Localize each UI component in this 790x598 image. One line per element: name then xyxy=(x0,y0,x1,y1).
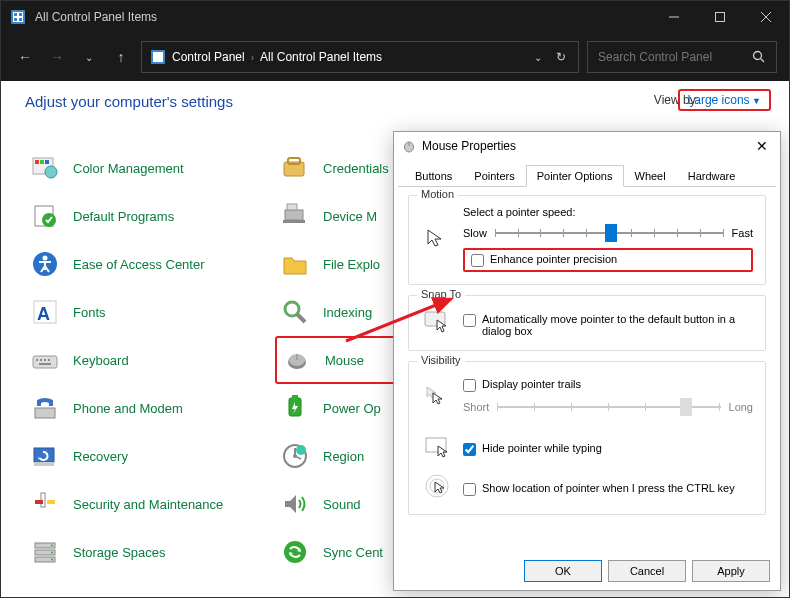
sync-center-icon xyxy=(279,536,311,568)
svg-rect-11 xyxy=(153,52,163,62)
address-dropdown-icon[interactable]: ⌄ xyxy=(530,52,546,63)
sound-icon xyxy=(279,488,311,520)
ok-button[interactable]: OK xyxy=(524,560,602,582)
svg-point-27 xyxy=(43,256,48,261)
item-label: Sound xyxy=(323,497,361,512)
svg-rect-43 xyxy=(292,395,298,399)
svg-rect-4 xyxy=(14,18,17,21)
forward-button[interactable]: → xyxy=(45,45,69,69)
up-button[interactable]: ↑ xyxy=(109,45,133,69)
ctrl-locate-checkbox[interactable] xyxy=(463,483,476,496)
svg-rect-25 xyxy=(287,204,297,210)
svg-point-12 xyxy=(754,52,762,60)
apply-button[interactable]: Apply xyxy=(692,560,770,582)
svg-point-57 xyxy=(51,559,53,561)
item-security-maintenance[interactable]: Security and Maintenance xyxy=(25,480,275,528)
navbar: ← → ⌄ ↑ Control Panel › All Control Pane… xyxy=(1,33,789,81)
item-label: Ease of Access Center xyxy=(73,257,205,272)
item-keyboard[interactable]: Keyboard xyxy=(25,336,275,384)
item-label: Default Programs xyxy=(73,209,174,224)
item-label: Region xyxy=(323,449,364,464)
item-label: Fonts xyxy=(73,305,106,320)
hide-typing-row[interactable]: Hide pointer while typing xyxy=(463,442,753,456)
address-icon xyxy=(150,49,166,65)
item-color-management[interactable]: Color Management xyxy=(25,144,275,192)
svg-rect-45 xyxy=(34,462,54,466)
search-box[interactable] xyxy=(587,41,777,73)
svg-rect-37 xyxy=(39,363,51,365)
search-input[interactable] xyxy=(598,50,752,64)
refresh-icon[interactable]: ↻ xyxy=(552,50,570,64)
dialog-tabs: Buttons Pointers Pointer Options Wheel H… xyxy=(398,160,776,187)
svg-rect-36 xyxy=(48,359,50,361)
item-label: Recovery xyxy=(73,449,128,464)
trails-slider xyxy=(497,398,720,416)
minimize-button[interactable] xyxy=(651,1,697,33)
fonts-icon: A xyxy=(29,296,61,328)
svg-rect-32 xyxy=(33,356,57,368)
snapto-row[interactable]: Automatically move pointer to the defaul… xyxy=(463,313,753,337)
tab-wheel[interactable]: Wheel xyxy=(624,165,677,187)
hide-typing-checkbox[interactable] xyxy=(463,443,476,456)
item-label: Sync Cent xyxy=(323,545,383,560)
svg-rect-34 xyxy=(40,359,42,361)
recent-dropdown[interactable]: ⌄ xyxy=(77,45,101,69)
item-storage-spaces[interactable]: Storage Spaces xyxy=(25,528,275,576)
chevron-right-icon[interactable]: › xyxy=(251,52,254,63)
item-phone-modem[interactable]: Phone and Modem xyxy=(25,384,275,432)
fast-label: Fast xyxy=(732,227,753,239)
enhance-precision-checkbox[interactable] xyxy=(471,254,484,267)
svg-rect-7 xyxy=(716,13,725,22)
svg-rect-17 xyxy=(45,160,49,164)
item-ease-of-access[interactable]: Ease of Access Center xyxy=(25,240,275,288)
maximize-button[interactable] xyxy=(697,1,743,33)
default-programs-icon xyxy=(29,200,61,232)
svg-point-50 xyxy=(296,445,306,455)
item-label: Mouse xyxy=(325,353,364,368)
address-bar[interactable]: Control Panel › All Control Panel Items … xyxy=(141,41,579,73)
snapto-checkbox[interactable] xyxy=(463,314,476,327)
trails-row[interactable]: Display pointer trails xyxy=(463,378,753,392)
svg-rect-41 xyxy=(35,408,55,418)
back-button[interactable]: ← xyxy=(13,45,37,69)
enhance-precision-row[interactable]: Enhance pointer precision xyxy=(463,248,753,272)
cancel-button[interactable]: Cancel xyxy=(608,560,686,582)
pointer-speed-slider[interactable] xyxy=(495,224,724,242)
svg-rect-23 xyxy=(285,210,303,220)
svg-rect-15 xyxy=(35,160,39,164)
file-explorer-icon xyxy=(279,248,311,280)
ctrl-locate-row[interactable]: Show location of pointer when I press th… xyxy=(463,482,753,496)
snapto-icon xyxy=(421,306,453,338)
speed-label: Select a pointer speed: xyxy=(463,206,753,218)
tab-hardware[interactable]: Hardware xyxy=(677,165,747,187)
trails-icon xyxy=(421,381,453,413)
svg-rect-16 xyxy=(40,160,44,164)
item-fonts[interactable]: A Fonts xyxy=(25,288,275,336)
svg-point-18 xyxy=(45,166,57,178)
item-default-programs[interactable]: Default Programs xyxy=(25,192,275,240)
motion-group-label: Motion xyxy=(417,188,458,200)
viewby-dropdown[interactable]: Large icons xyxy=(678,89,771,111)
tab-pointer-options[interactable]: Pointer Options xyxy=(526,165,624,187)
keyboard-icon xyxy=(29,344,61,376)
ctrl-locate-icon xyxy=(421,470,453,502)
svg-point-56 xyxy=(51,552,53,554)
svg-rect-33 xyxy=(36,359,38,361)
close-button[interactable] xyxy=(743,1,789,33)
credentials-icon xyxy=(279,152,311,184)
mouse-icon xyxy=(281,344,313,376)
dialog-close-button[interactable]: ✕ xyxy=(752,136,772,156)
trails-checkbox[interactable] xyxy=(463,379,476,392)
mouse-properties-dialog: Mouse Properties ✕ Buttons Pointers Poin… xyxy=(393,131,781,591)
tab-buttons[interactable]: Buttons xyxy=(404,165,463,187)
svg-rect-3 xyxy=(19,13,22,16)
item-label: Power Op xyxy=(323,401,381,416)
breadcrumb-all-items[interactable]: All Control Panel Items xyxy=(260,50,382,64)
breadcrumb-control-panel[interactable]: Control Panel xyxy=(172,50,245,64)
hide-typing-label: Hide pointer while typing xyxy=(482,442,602,454)
motion-group: Motion Select a pointer speed: Slow xyxy=(408,195,766,285)
dialog-title: Mouse Properties xyxy=(422,139,516,153)
tab-pointers[interactable]: Pointers xyxy=(463,165,525,187)
search-icon[interactable] xyxy=(752,50,766,64)
item-recovery[interactable]: Recovery xyxy=(25,432,275,480)
